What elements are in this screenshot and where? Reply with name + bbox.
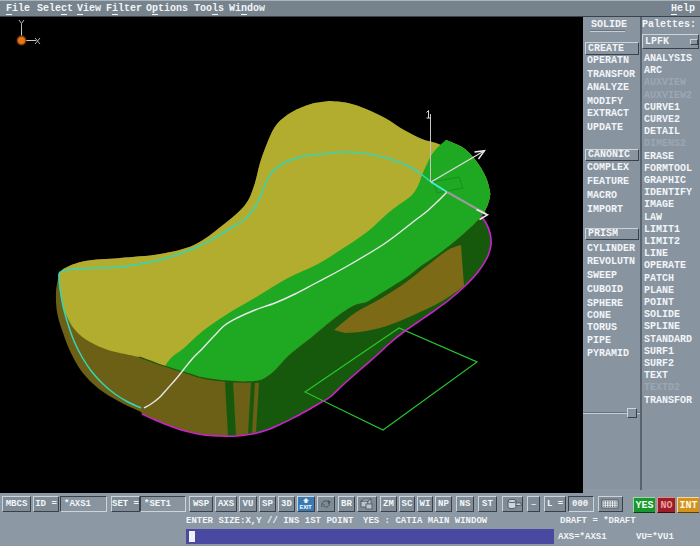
- svg-text:EXIT: EXIT: [300, 504, 313, 510]
